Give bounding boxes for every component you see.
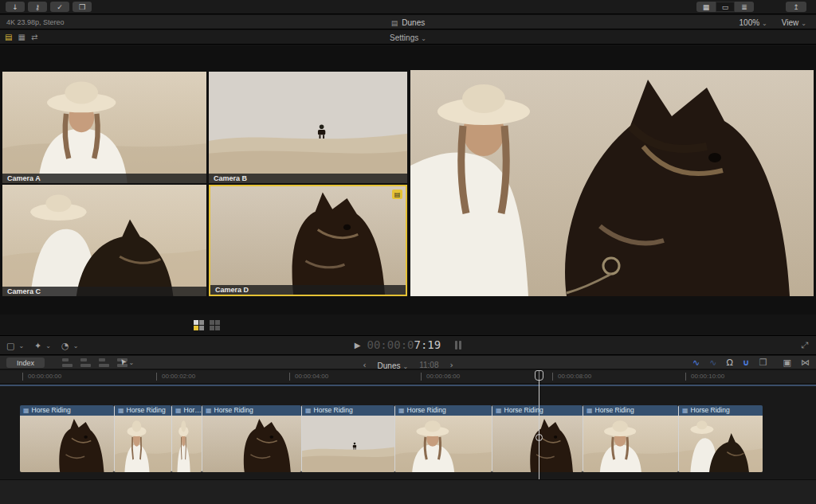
transport-bar: ▢⌄ ✦⌄ ◔⌄ ▶ 00:00:07:19 ⤢ [0, 335, 816, 355]
timeline-clip[interactable]: ▦Horse Riding [171, 405, 202, 472]
audio-skimming-toggle-icon[interactable]: ∿ [709, 357, 716, 368]
timeline-clip[interactable]: ▦Horse Riding [583, 405, 678, 472]
grid-view-icon: ▦ [703, 3, 710, 11]
clip-thumbnail [583, 416, 678, 472]
sidebar-toggle-icon[interactable]: ⋈ [801, 357, 810, 368]
snapping-toggle-icon[interactable]: ∪ [743, 357, 750, 368]
zoom-dropdown[interactable]: 100%⌄ [740, 18, 767, 27]
main-viewer[interactable] [410, 70, 814, 296]
title-toolbar: ↓ ⚷ ✓ ❒ ▦ ▭ ≣ ↥ [0, 0, 816, 14]
clip-thumbnail [395, 416, 492, 472]
angle-tile-camera-c[interactable]: Camera C [2, 185, 206, 296]
clip-name: Horse Riding [214, 406, 253, 414]
timeline-clip[interactable]: ▦Horse Riding [114, 405, 171, 472]
import-button[interactable]: ↓ [6, 2, 25, 12]
multicam-clip-icon: ▦ [682, 407, 688, 414]
fcp-window: ↓ ⚷ ✓ ❒ ▦ ▭ ≣ ↥ 4K 23.98p, Stereo ▤Dunes… [0, 0, 816, 504]
settings-dropdown[interactable]: Settings⌄ [0, 33, 816, 42]
timeline-clip[interactable]: ▦Horse Riding [678, 405, 763, 472]
timeline-clip[interactable]: ▦Horse Riding [492, 405, 583, 472]
media-name: Dunes [402, 18, 425, 27]
ruler-tick: 00:00:08:00 [552, 373, 591, 381]
clip-name: Horse Riding [595, 406, 634, 414]
play-button[interactable]: ▶ [355, 341, 361, 350]
clip-name: Horse Riding [504, 406, 543, 414]
chevron-down-icon: ⌄ [402, 363, 408, 370]
meter-bar [459, 341, 461, 350]
previous-project-button[interactable]: ‹ [363, 361, 366, 369]
grid-view-button[interactable]: ▦ [696, 2, 716, 12]
share-button[interactable]: ↥ [786, 2, 806, 12]
timeline-clip[interactable]: ▦Horse Riding [301, 405, 394, 472]
multicam-clip-icon: ▦ [118, 407, 124, 414]
storyline-spine [0, 385, 816, 386]
expand-timeline-icon[interactable]: ⤢ [801, 340, 808, 350]
zoom-level: 100% [740, 18, 760, 27]
solo-toggle-icon[interactable]: Ω [726, 357, 732, 368]
angle-tile-camera-a[interactable]: Camera A [2, 72, 206, 183]
film-icon: ▤ [391, 19, 398, 27]
view-dropdown[interactable]: View⌄ [782, 18, 806, 27]
clip-thumbnail [20, 416, 114, 472]
analyze-button[interactable]: ✓ [50, 2, 69, 12]
timeline-clip[interactable]: ▦Horse Riding [394, 405, 492, 472]
timeline-clip[interactable]: ▦Horse Riding [202, 405, 301, 472]
viewer-region: Camera A Camera B Camera C ▤ Camera D [0, 45, 816, 315]
timecode-display: 00:00:07:19 [367, 338, 441, 351]
check-circle-icon: ✓ [57, 3, 63, 11]
settings-label: Settings [390, 33, 418, 42]
skimming-toggle-icon[interactable]: ∿ [692, 357, 700, 368]
timecode-value: 7:19 [414, 338, 441, 351]
angle-grid-active-button[interactable] [194, 320, 204, 330]
timecode-prefix: 00:00:0 [367, 338, 414, 351]
angle-grid-inactive-button[interactable] [210, 320, 220, 330]
chevron-down-icon: ⌄ [421, 35, 426, 42]
range-button[interactable]: ❒ [73, 2, 92, 12]
library-buttons: ↓ ⚷ ✓ ❒ [6, 2, 95, 12]
camera-a-thumbnail [2, 72, 206, 183]
multicam-clip-icon: ▦ [175, 407, 182, 414]
audio-meters-button[interactable] [455, 341, 461, 350]
clip-thumbnail [302, 416, 394, 472]
timeline-body[interactable]: ▦Horse Riding ▦Horse Riding ▦Horse Ridin… [0, 385, 816, 504]
multicam-clip-icon: ▦ [398, 407, 405, 414]
timeline-toolbar: Index ➤⌄ ‹ Dunes⌄ 11:08 › ∿ ∿ Ω ∪ ❒ ▣ ⋈ [0, 356, 816, 369]
single-view-button[interactable]: ▭ [716, 2, 735, 12]
meter-bar [455, 341, 457, 350]
video-badge-icon: ▤ [394, 191, 401, 198]
chevron-down-icon: ⌄ [762, 20, 767, 27]
ruler-tick: 00:00:00:00 [22, 373, 61, 381]
ruler-tick: 00:00:06:00 [421, 373, 460, 381]
single-view-icon: ▭ [722, 3, 729, 11]
camera-b-label: Camera B [209, 174, 407, 183]
clip-name: Horse Riding [691, 406, 730, 414]
range-icon: ❒ [79, 3, 85, 11]
clip-name: Horse Riding [184, 406, 202, 414]
keywords-button[interactable]: ⚷ [28, 2, 47, 12]
clip-thumbnail [115, 416, 171, 472]
multicam-clip-icon: ▦ [23, 407, 29, 414]
multicam-clip-icon: ▦ [586, 407, 593, 414]
angle-tile-camera-b[interactable]: Camera B [209, 72, 407, 183]
angle-tile-camera-d[interactable]: ▤ Camera D [209, 185, 407, 296]
camera-b-thumbnail [209, 72, 407, 183]
tags-icon[interactable]: ❒ [759, 357, 767, 368]
browser-view-switcher: ▦ ▭ ≣ [696, 2, 754, 12]
clip-thumbnail [492, 416, 583, 472]
key-icon: ⚷ [35, 3, 41, 11]
chevron-down-icon: ⌄ [801, 20, 806, 27]
multicam-clip-icon: ▦ [206, 407, 212, 414]
viewer-options-button[interactable]: ≣ [735, 2, 754, 12]
timeline-ruler[interactable]: 00:00:00:00 00:00:02:00 00:00:04:00 00:0… [0, 370, 816, 384]
sliders-icon: ≣ [741, 3, 747, 11]
next-project-button[interactable]: › [449, 361, 453, 369]
clip-name: Horse Riding [32, 406, 71, 414]
timeline-clip[interactable]: ▦Horse Riding [20, 405, 114, 472]
clip-appearance-icon[interactable]: ▣ [783, 357, 791, 368]
share-icon: ↥ [793, 3, 799, 11]
view-label: View [782, 18, 799, 27]
clip-name: Horse Riding [127, 406, 166, 414]
camera-c-thumbnail [2, 185, 206, 296]
clip-name: Horse Riding [314, 406, 353, 414]
main-viewer-image [410, 70, 814, 296]
